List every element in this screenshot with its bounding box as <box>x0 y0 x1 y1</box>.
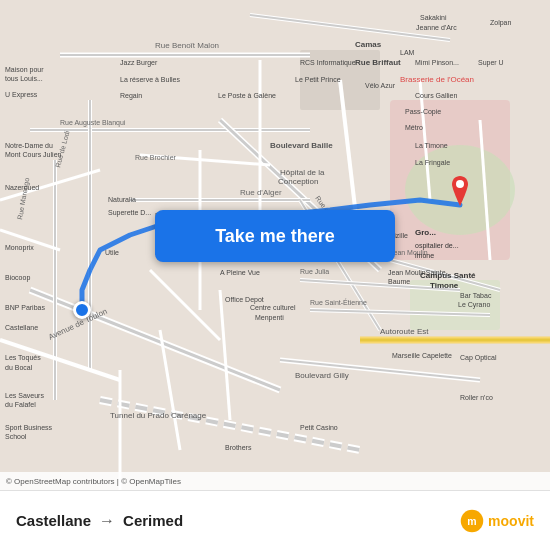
moovit-logo: m moovit <box>460 509 534 533</box>
svg-text:Les Saveurs: Les Saveurs <box>5 392 44 399</box>
svg-text:Marseille Capelette: Marseille Capelette <box>392 352 452 360</box>
map-container: Rue Benoît Malon Rue Auguste Blanqui Rue… <box>0 0 550 490</box>
svg-text:Rue d'Alger: Rue d'Alger <box>240 188 282 197</box>
svg-text:Pass-Copie: Pass-Copie <box>405 108 441 116</box>
svg-text:Notre-Dame du: Notre-Dame du <box>5 142 53 149</box>
moovit-label: moovit <box>488 513 534 529</box>
svg-text:Maison pour: Maison pour <box>5 66 44 74</box>
svg-text:Rue Brochier: Rue Brochier <box>135 154 177 161</box>
svg-text:Petit Casino: Petit Casino <box>300 424 338 431</box>
svg-text:Timone: Timone <box>430 281 459 290</box>
origin-marker <box>73 301 91 319</box>
svg-text:Boulevard Baille: Boulevard Baille <box>270 141 333 150</box>
svg-text:Roller n'co: Roller n'co <box>460 394 493 401</box>
bottom-bar: Castellane → Cerimed m moovit <box>0 490 550 550</box>
svg-text:A Pleine Vue: A Pleine Vue <box>220 269 260 276</box>
svg-text:RCS Informatique: RCS Informatique <box>300 59 356 67</box>
svg-text:Monoprix: Monoprix <box>5 244 34 252</box>
svg-text:Le Petit Prince: Le Petit Prince <box>295 76 341 83</box>
svg-text:LAM: LAM <box>400 49 415 56</box>
svg-text:Mimi Pinson...: Mimi Pinson... <box>415 59 459 66</box>
svg-text:Gro...: Gro... <box>415 228 436 237</box>
svg-text:Menpenti: Menpenti <box>255 314 284 322</box>
svg-text:Zolpan: Zolpan <box>490 19 512 27</box>
svg-text:du Bocal: du Bocal <box>5 364 33 371</box>
svg-text:Cap Optical: Cap Optical <box>460 354 497 362</box>
svg-text:La Timone: La Timone <box>415 142 448 149</box>
take-me-there-button[interactable]: Take me there <box>155 210 395 262</box>
svg-text:Utile: Utile <box>105 249 119 256</box>
svg-text:Rue Briffaut: Rue Briffaut <box>355 58 401 67</box>
svg-text:Rue Auguste Blanqui: Rue Auguste Blanqui <box>60 119 126 127</box>
svg-text:Brasserie de l'Océan: Brasserie de l'Océan <box>400 75 474 84</box>
svg-text:imone: imone <box>415 252 434 259</box>
svg-text:Conception: Conception <box>278 177 318 186</box>
svg-text:Cours Gallien: Cours Gallien <box>415 92 458 99</box>
svg-text:Naturalia: Naturalia <box>108 196 136 203</box>
svg-text:Mont Cours Julien: Mont Cours Julien <box>5 151 62 158</box>
svg-text:Autoroute Est: Autoroute Est <box>380 327 429 336</box>
svg-text:Le Cyrano: Le Cyrano <box>458 301 490 309</box>
route-to: Cerimed <box>123 512 183 529</box>
svg-text:Superette D...: Superette D... <box>108 209 151 217</box>
svg-text:Vélo Azur: Vélo Azur <box>365 82 396 89</box>
svg-text:du Falafel: du Falafel <box>5 401 36 408</box>
route-from: Castellane <box>16 512 91 529</box>
svg-text:Tunnel du Prado Carénage: Tunnel du Prado Carénage <box>110 411 207 420</box>
svg-text:Les Toqués: Les Toqués <box>5 354 41 362</box>
svg-text:Biocoop: Biocoop <box>5 274 30 282</box>
svg-text:Centre culturel: Centre culturel <box>250 304 296 311</box>
svg-text:ospitalier de...: ospitalier de... <box>415 242 459 250</box>
moovit-icon: m <box>460 509 484 533</box>
svg-text:Office Depot: Office Depot <box>225 296 264 304</box>
svg-text:La Fringale: La Fringale <box>415 159 450 167</box>
svg-text:Brothers: Brothers <box>225 444 252 451</box>
svg-text:BNP Paribas: BNP Paribas <box>5 304 45 311</box>
svg-point-130 <box>456 180 464 188</box>
route-arrow: → <box>99 512 115 530</box>
svg-text:Rue Benoît Malon: Rue Benoît Malon <box>155 41 219 50</box>
svg-text:tous Louis...: tous Louis... <box>5 75 43 82</box>
svg-text:Super U: Super U <box>478 59 504 67</box>
route-info: Castellane → Cerimed <box>16 512 460 530</box>
svg-text:Camas: Camas <box>355 40 382 49</box>
svg-text:m: m <box>467 514 476 526</box>
svg-text:Campus Santé: Campus Santé <box>420 271 476 280</box>
svg-text:Métro: Métro <box>405 124 423 131</box>
svg-text:Rue Julia: Rue Julia <box>300 268 329 275</box>
svg-text:Baume: Baume <box>388 278 410 285</box>
svg-text:Nazeroued: Nazeroued <box>5 184 39 191</box>
svg-text:Jeanne d'Arc: Jeanne d'Arc <box>416 24 457 31</box>
svg-text:Le Poste à Galène: Le Poste à Galène <box>218 92 276 99</box>
destination-marker <box>448 176 472 206</box>
svg-text:Sakakini: Sakakini <box>420 14 447 21</box>
svg-text:School: School <box>5 433 27 440</box>
svg-text:© OpenStreetMap contributors |: © OpenStreetMap contributors | © OpenMap… <box>6 477 181 486</box>
svg-text:U Express: U Express <box>5 91 38 99</box>
svg-text:Hôpital de la: Hôpital de la <box>280 168 325 177</box>
svg-text:Sport Business: Sport Business <box>5 424 53 432</box>
svg-text:Regain: Regain <box>120 92 142 100</box>
svg-text:Jazz Burger: Jazz Burger <box>120 59 158 67</box>
svg-text:Bar Tabac: Bar Tabac <box>460 292 492 299</box>
svg-text:Rue Saint-Étienne: Rue Saint-Étienne <box>310 298 367 306</box>
svg-text:Boulevard Gilly: Boulevard Gilly <box>295 371 349 380</box>
svg-text:Castellane: Castellane <box>5 324 38 331</box>
svg-text:La réserve à Bulles: La réserve à Bulles <box>120 76 180 83</box>
